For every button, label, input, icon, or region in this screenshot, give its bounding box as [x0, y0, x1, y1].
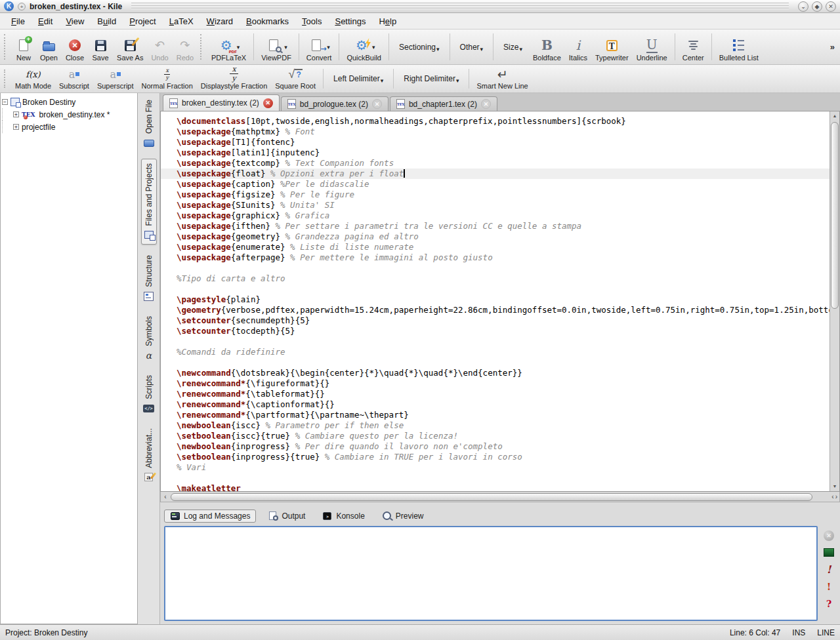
save-button[interactable]: Save [88, 30, 113, 64]
dropdown-arrow-icon[interactable]: ▾ [372, 44, 375, 50]
menu-view[interactable]: View [60, 15, 90, 28]
tab-log-and-messages[interactable]: Log and Messages [164, 510, 256, 523]
save-as-button[interactable]: Save As [113, 30, 147, 64]
right-delimiter-dropdown[interactable]: Right Delimiter▾ [397, 66, 465, 92]
close-tab-icon[interactable]: ✕ [263, 98, 273, 108]
menu-help[interactable]: Help [373, 15, 402, 28]
toolbar-drag-handle[interactable] [4, 70, 9, 88]
quickbuild-button[interactable]: ⚙▾ QuickBuild [343, 30, 385, 64]
menu-wizard[interactable]: Wizard [201, 15, 239, 28]
typewriter-button[interactable]: T Typewriter [591, 30, 633, 64]
underline-button[interactable]: U Underline [633, 30, 671, 64]
scroll-left-icon[interactable]: ‹ [831, 493, 833, 500]
files-and-projects-panel: − Broken Destiny + TEX broken_destiny.te… [0, 93, 138, 624]
convert-button[interactable]: →▾ Convert [303, 30, 336, 64]
displaystyle-fraction-button[interactable]: xy Displaystyle Fraction [197, 66, 271, 92]
bulleted-list-button[interactable]: Bulleted List [715, 30, 763, 64]
tree-item-projectfile[interactable]: + projectfile [2, 121, 136, 133]
stop-process-icon[interactable]: ✕ [824, 530, 834, 541]
sectioning-dropdown[interactable]: Sectioning▾ [392, 30, 446, 64]
redo-button[interactable]: ↷ Redo [173, 30, 198, 64]
horizontal-scroll-thumb[interactable] [171, 493, 812, 501]
code-area[interactable]: \documentclass[10pt,twoside,english,norm… [161, 111, 830, 491]
scroll-up-icon[interactable]: ▲ [830, 111, 839, 121]
scroll-right-icon[interactable]: › [835, 493, 837, 500]
latex-output-chart-icon[interactable] [824, 548, 834, 557]
maximize-window-button[interactable]: ◆ [812, 1, 822, 12]
badboxes-icon[interactable]: ? [824, 598, 835, 609]
shade-window-button[interactable]: ⌄ [798, 1, 808, 12]
horizontal-scrollbar[interactable]: ‹ ‹› [160, 492, 840, 502]
subscript-button[interactable]: a Subscript [55, 66, 93, 92]
toolbar-overflow-button[interactable]: » [826, 42, 839, 52]
italics-button[interactable]: i Italics [565, 30, 591, 64]
square-root-button[interactable]: √? Square Root [271, 66, 320, 92]
superscript-button[interactable]: a Superscript [93, 66, 138, 92]
tree-item-project-root[interactable]: − Broken Destiny [2, 96, 136, 108]
sidebar-tab-files-and-projects[interactable]: Files and Projects [141, 159, 157, 245]
dropdown-arrow-icon: ▾ [480, 46, 484, 52]
dropdown-arrow-icon: ▾ [381, 77, 384, 84]
menu-build[interactable]: Build [91, 15, 122, 28]
sidebar-tab-abbreviation[interactable]: Abbreviat... a [142, 424, 156, 487]
open-button[interactable]: Open [36, 30, 62, 64]
math-mode-button[interactable]: f(x) Math Mode [11, 66, 55, 92]
expand-expander-icon[interactable]: + [13, 124, 19, 130]
menu-latex[interactable]: LaTeX [163, 15, 200, 28]
smart-new-line-button[interactable]: ↵ Smart New Line [472, 66, 532, 92]
tab-broken-destiny[interactable]: TEX broken_destiny.tex (2) ✕ [163, 94, 280, 111]
pdflatex-button[interactable]: ⚙PDF▾ PDFLaTeX [207, 30, 250, 64]
italic-icon: i [570, 37, 587, 53]
menu-edit[interactable]: Edit [32, 15, 58, 28]
sidebar-tab-scripts[interactable]: Scripts </> [142, 371, 156, 418]
expand-expander-icon[interactable]: + [13, 111, 19, 117]
bulleted-list-icon [733, 39, 744, 51]
viewpdf-button[interactable]: ▾ ViewPDF [257, 30, 295, 64]
center-button[interactable]: Center [679, 30, 708, 64]
new-button[interactable]: + New [11, 30, 36, 64]
collapse-expander-icon[interactable]: − [2, 99, 8, 105]
other-dropdown[interactable]: Other▾ [453, 30, 490, 64]
vertical-scroll-thumb[interactable] [831, 122, 839, 309]
code-line: \makeatletter [161, 483, 830, 491]
warnings-icon[interactable]: ! [824, 581, 835, 592]
code-line: \usepackage{ifthen} % Per settare i para… [161, 221, 830, 231]
log-message-area[interactable] [164, 526, 818, 621]
window-menu-button[interactable]: + [18, 3, 26, 10]
normal-fraction-button[interactable]: xy Normal Fraction [138, 66, 197, 92]
scroll-down-icon[interactable]: ▼ [830, 482, 839, 491]
menu-tools[interactable]: Tools [296, 15, 327, 28]
code-line: \usepackage{afterpage} % Per mettere le … [161, 252, 830, 263]
boldface-button[interactable]: B Boldface [529, 30, 565, 64]
menu-project[interactable]: Project [123, 15, 161, 28]
size-dropdown[interactable]: Size▾ [497, 30, 529, 64]
status-selection-mode[interactable]: LINE [817, 628, 835, 637]
toolbar-drag-handle[interactable] [4, 34, 9, 60]
close-button[interactable]: ✕ Close [62, 30, 88, 64]
menu-file[interactable]: File [5, 15, 31, 28]
errors-icon[interactable]: ! [824, 564, 835, 575]
close-window-button[interactable]: ✕ [826, 1, 836, 12]
status-insert-mode[interactable]: INS [792, 628, 805, 637]
close-tab-icon[interactable]: ✕ [372, 99, 382, 109]
sidebar-tab-open-file[interactable]: Open File [142, 96, 156, 152]
tab-preview[interactable]: Preview [377, 510, 429, 522]
tab-bd-chapter1[interactable]: TEX bd_chapter1.tex (2) ✕ [390, 96, 497, 111]
dropdown-arrow-icon[interactable]: ▾ [284, 44, 287, 50]
toolbar-drag-handle[interactable] [200, 34, 205, 60]
menu-settings[interactable]: Settings [329, 15, 371, 28]
undo-button[interactable]: ↶ Undo [147, 30, 172, 64]
scroll-left-icon[interactable]: ‹ [161, 492, 170, 502]
left-delimiter-dropdown[interactable]: Left Delimiter▾ [327, 66, 390, 92]
dropdown-arrow-icon[interactable]: ▾ [327, 44, 330, 50]
sidebar-tab-symbols[interactable]: Symbols α [142, 312, 156, 365]
tab-output[interactable]: Output [262, 510, 310, 522]
tree-item-main-file[interactable]: + TEX broken_destiny.tex * [2, 108, 136, 121]
vertical-scrollbar[interactable]: ▲ ▼ [830, 111, 839, 491]
dropdown-arrow-icon[interactable]: ▾ [237, 44, 240, 50]
menu-bookmarks[interactable]: Bookmarks [240, 15, 295, 28]
close-tab-icon[interactable]: ✕ [481, 99, 491, 109]
sidebar-tab-structure[interactable]: Structure [142, 251, 156, 306]
tab-bd-prologue[interactable]: TEX bd_prologue.tex (2) ✕ [281, 96, 388, 111]
tab-konsole[interactable]: > Konsole [317, 510, 369, 522]
